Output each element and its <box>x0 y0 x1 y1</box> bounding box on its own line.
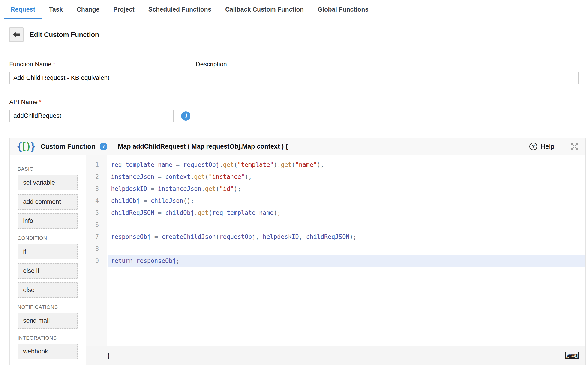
code-line[interactable]: 1req_template_name = requestObj.get("tem… <box>86 159 585 171</box>
function-name-input[interactable] <box>9 72 185 84</box>
sidebar-section-basic: BASIC <box>18 166 78 172</box>
sidebar-section-condition: CONDITION <box>18 235 78 241</box>
line-number: 9 <box>86 255 108 267</box>
snippet-else[interactable]: else <box>18 282 78 298</box>
page-title: Edit Custom Function <box>30 31 99 39</box>
code-line-text: childObj = childJson(); <box>108 195 585 207</box>
required-asterisk: * <box>39 99 41 105</box>
editor-info-icon[interactable]: i <box>100 143 107 150</box>
function-signature: Map addChildRequest ( Map requestObj,Map… <box>118 143 288 150</box>
tab-callback-custom-function[interactable]: Callback Custom Function <box>218 0 311 19</box>
code-line-text: childReqJSON = childObj.get(req_template… <box>108 207 585 219</box>
tab-request[interactable]: Request <box>4 0 42 19</box>
closing-brace: } <box>107 351 111 360</box>
fullscreen-icon <box>570 142 579 151</box>
code-line-text <box>108 219 585 231</box>
tab-bar: RequestTaskChangeProjectScheduled Functi… <box>0 0 588 19</box>
tab-scheduled-functions[interactable]: Scheduled Functions <box>142 0 218 19</box>
snippet-sidebar: BASICset variableadd commentinfoCONDITIO… <box>10 155 86 365</box>
editor-footer: } ⌨ <box>86 346 585 365</box>
description-label: Description <box>196 61 227 68</box>
function-form: Function Name* Description API Name* i <box>9 61 579 122</box>
snippet-set-variable[interactable]: set variable <box>18 175 78 190</box>
help-label: Help <box>541 143 554 150</box>
deluge-script-icon: {[)} <box>17 141 36 152</box>
code-line-text: responseObj = createChildJson(requestObj… <box>108 231 585 243</box>
snippet-info[interactable]: info <box>18 213 78 229</box>
api-name-label: API Name* <box>9 99 41 105</box>
line-number: 1 <box>86 159 108 171</box>
back-arrow-icon <box>13 32 20 38</box>
tab-global-functions[interactable]: Global Functions <box>311 0 375 19</box>
sidebar-section-notifications: NOTIFICATIONS <box>18 304 78 310</box>
code-line[interactable]: 4childObj = childJson(); <box>86 195 585 207</box>
expand-button[interactable] <box>570 142 579 151</box>
tab-project[interactable]: Project <box>106 0 142 19</box>
code-line[interactable]: 7responseObj = createChildJson(requestOb… <box>86 231 585 243</box>
snippet-webhook[interactable]: webhook <box>18 344 78 359</box>
function-name-label: Function Name* <box>9 61 55 68</box>
help-button[interactable]: ? Help <box>529 142 554 150</box>
api-info-icon[interactable]: i <box>181 111 190 121</box>
keyboard-shortcuts-icon[interactable]: ⌨ <box>564 351 579 361</box>
code-line[interactable]: 6 <box>86 219 585 231</box>
line-number: 4 <box>86 195 108 207</box>
code-line[interactable]: 2instanceJson = context.get("instance"); <box>86 171 585 183</box>
code-line[interactable]: 9return responseObj; <box>86 255 585 267</box>
code-editor[interactable]: 1req_template_name = requestObj.get("tem… <box>86 155 585 346</box>
description-input[interactable] <box>196 72 579 84</box>
line-number: 2 <box>86 171 108 183</box>
back-button[interactable] <box>9 28 24 42</box>
snippet-send-mail[interactable]: send mail <box>18 313 78 329</box>
editor-title: Custom Function <box>41 143 95 150</box>
line-number: 5 <box>86 207 108 219</box>
code-line-text: req_template_name = requestObj.get("temp… <box>108 159 585 171</box>
page-header: Edit Custom Function <box>9 28 588 42</box>
tab-change[interactable]: Change <box>70 0 106 19</box>
code-lines: 1req_template_name = requestObj.get("tem… <box>86 159 585 267</box>
code-line[interactable]: 8 <box>86 243 585 255</box>
snippet-else-if[interactable]: else if <box>18 263 78 279</box>
code-line[interactable]: 3helpdeskID = instanceJson.get("id"); <box>86 183 585 195</box>
sidebar-section-integrations: INTEGRATIONS <box>18 335 78 341</box>
line-number: 8 <box>86 243 108 255</box>
code-line-text: instanceJson = context.get("instance"); <box>108 171 585 183</box>
help-icon: ? <box>529 142 537 150</box>
required-asterisk: * <box>53 61 55 68</box>
code-line-text <box>108 243 585 255</box>
line-number: 7 <box>86 231 108 243</box>
code-line[interactable]: 5childReqJSON = childObj.get(req_templat… <box>86 207 585 219</box>
custom-function-panel: {[)} Custom Function i Map addChildReque… <box>9 138 586 365</box>
code-line-text: helpdeskID = instanceJson.get("id"); <box>108 183 585 195</box>
line-number: 3 <box>86 183 108 195</box>
editor-header: {[)} Custom Function i Map addChildReque… <box>10 138 585 155</box>
code-line-text: return responseObj; <box>108 255 585 267</box>
line-number: 6 <box>86 219 108 231</box>
api-name-input[interactable] <box>9 110 174 122</box>
tab-task[interactable]: Task <box>42 0 70 19</box>
snippet-add-comment[interactable]: add comment <box>18 194 78 210</box>
header-divider <box>0 49 588 49</box>
snippet-if[interactable]: if <box>18 244 78 260</box>
